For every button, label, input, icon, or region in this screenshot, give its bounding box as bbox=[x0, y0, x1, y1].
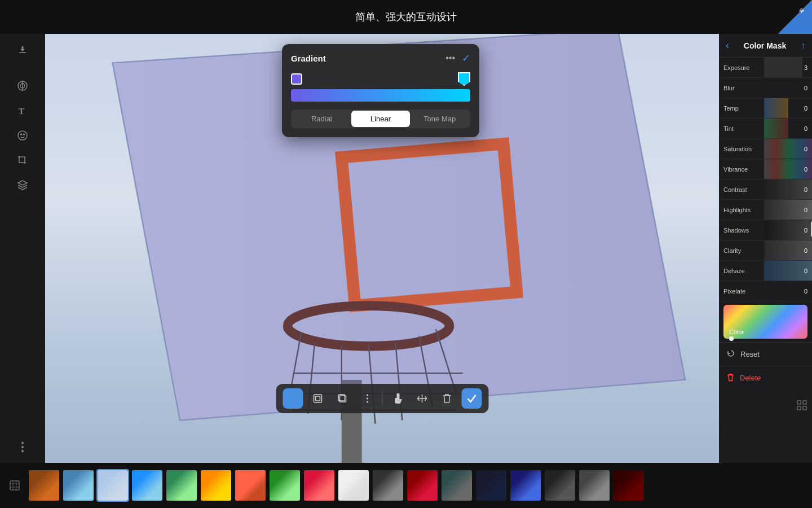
dehaze-label: Dehaze bbox=[723, 268, 764, 274]
svg-point-4 bbox=[21, 134, 22, 135]
filmstrip-thumb-13[interactable] bbox=[475, 469, 508, 502]
tint-value: 0 bbox=[804, 125, 807, 132]
gradient-stops bbox=[291, 72, 470, 86]
tint-row[interactable]: Tint 0 bbox=[719, 119, 812, 139]
color-label: Color bbox=[729, 329, 744, 335]
top-bar: 简单、强大的互动设计 设计 bbox=[0, 0, 812, 34]
clarity-label: Clarity bbox=[723, 247, 764, 254]
gradient-bar[interactable] bbox=[291, 89, 470, 102]
filmstrip-thumb-17[interactable] bbox=[612, 469, 645, 502]
pixelate-row[interactable]: Pixelate 0 bbox=[719, 281, 812, 301]
filmstrip-thumb-9[interactable] bbox=[337, 469, 370, 502]
filmstrip-thumb-14[interactable] bbox=[509, 469, 542, 502]
filmstrip-thumb-8[interactable] bbox=[303, 469, 336, 502]
text-icon[interactable]: T bbox=[12, 100, 33, 121]
mask-view-button[interactable] bbox=[307, 388, 328, 409]
temp-label: Temp bbox=[723, 105, 764, 112]
filmstrip-thumb-0[interactable] bbox=[28, 469, 60, 502]
grid-icon[interactable] bbox=[794, 397, 810, 413]
gradient-more-button[interactable]: ••• bbox=[445, 53, 455, 63]
highlights-row[interactable]: Highlights 0 bbox=[719, 200, 812, 220]
svg-rect-38 bbox=[10, 481, 19, 490]
clarity-value: 0 bbox=[804, 247, 807, 254]
filmstrip-thumb-10[interactable] bbox=[372, 469, 404, 502]
filmstrip-thumb-2[interactable] bbox=[96, 469, 129, 502]
reset-label: Reset bbox=[740, 350, 760, 358]
shadows-value: 0 bbox=[804, 227, 807, 234]
mask-icon[interactable] bbox=[12, 76, 33, 96]
bottom-toolbar bbox=[276, 384, 488, 413]
filmstrip-thumb-4[interactable] bbox=[165, 469, 198, 502]
filmstrip-thumb-15[interactable] bbox=[544, 469, 576, 502]
color-swatch-row[interactable]: Color bbox=[723, 305, 807, 339]
stop-cyan[interactable] bbox=[458, 72, 470, 86]
more-options-button[interactable] bbox=[357, 388, 377, 409]
stop-purple[interactable] bbox=[291, 73, 302, 85]
svg-point-8 bbox=[21, 450, 24, 452]
color-swatch-button[interactable] bbox=[283, 388, 303, 409]
reset-button[interactable]: Reset bbox=[719, 342, 812, 366]
download-icon[interactable] bbox=[12, 40, 33, 60]
filmstrip-thumb-5[interactable] bbox=[200, 469, 232, 502]
tab-linear[interactable]: Linear bbox=[351, 111, 411, 127]
shadows-row[interactable]: Shadows 0 bbox=[719, 220, 812, 240]
vibrance-row[interactable]: Vibrance 0 bbox=[719, 159, 812, 179]
svg-rect-37 bbox=[803, 406, 806, 410]
temp-row[interactable]: Temp 0 bbox=[719, 98, 812, 119]
contrast-row[interactable]: Contrast 0 bbox=[719, 179, 812, 200]
svg-point-30 bbox=[367, 398, 368, 400]
corner-badge: 设计 bbox=[778, 0, 812, 34]
gradient-popup-title: Gradient bbox=[291, 54, 326, 63]
blur-value: 0 bbox=[804, 85, 807, 91]
tab-radial[interactable]: Radial bbox=[292, 111, 351, 127]
gradient-popup-actions: ••• ✓ bbox=[445, 52, 470, 64]
panel-title: Color Mask bbox=[744, 41, 786, 50]
delete-button[interactable] bbox=[436, 388, 457, 409]
hand-tool-button[interactable] bbox=[387, 388, 407, 409]
filmstrip-thumb-12[interactable] bbox=[440, 469, 473, 502]
delete-button[interactable]: Delete bbox=[719, 366, 812, 389]
filmstrip-thumb-7[interactable] bbox=[268, 469, 301, 502]
middle-row: T bbox=[0, 34, 812, 463]
clarity-row[interactable]: Clarity 0 bbox=[719, 240, 812, 261]
tab-tonemap[interactable]: Tone Map bbox=[410, 111, 469, 127]
confirm-button[interactable] bbox=[461, 388, 482, 409]
gradient-popup: Gradient ••• ✓ Radial Linear T bbox=[282, 44, 479, 137]
mid-section: 10 Highlights 0 Shadows 0 C bbox=[719, 200, 812, 301]
panel-header: ‹ Color Mask ↑ bbox=[719, 34, 812, 58]
svg-rect-35 bbox=[803, 401, 806, 404]
crop-icon[interactable] bbox=[12, 150, 33, 170]
filmstrip-thumb-6[interactable] bbox=[234, 469, 267, 502]
saturation-row[interactable]: Saturation 0 bbox=[719, 139, 812, 159]
back-button[interactable]: ‹ bbox=[726, 40, 729, 51]
contrast-value: 0 bbox=[804, 186, 807, 193]
app-title: 简单、强大的互动设计 bbox=[355, 10, 457, 24]
vibrance-value: 0 bbox=[804, 166, 807, 173]
layers-icon[interactable] bbox=[12, 175, 33, 195]
gradient-confirm-button[interactable]: ✓ bbox=[462, 52, 470, 64]
dehaze-row[interactable]: Dehaze 0 bbox=[719, 261, 812, 281]
highlights-label: Highlights bbox=[723, 207, 764, 213]
filmstrip-thumb-3[interactable] bbox=[131, 469, 164, 502]
svg-rect-25 bbox=[314, 395, 321, 402]
svg-point-5 bbox=[24, 134, 25, 135]
duplicate-button[interactable] bbox=[332, 388, 352, 409]
blur-row[interactable]: Blur 0 bbox=[719, 78, 812, 98]
share-button[interactable]: ↑ bbox=[801, 41, 805, 51]
filmstrip-thumb-1[interactable] bbox=[62, 469, 95, 502]
exposure-row[interactable]: Exposure 3 bbox=[719, 58, 812, 78]
sticker-icon[interactable] bbox=[12, 125, 33, 146]
svg-point-6 bbox=[21, 442, 24, 444]
transform-button[interactable] bbox=[412, 388, 432, 409]
filmstrip-add[interactable] bbox=[3, 469, 26, 502]
temp-value: 0 bbox=[804, 105, 807, 112]
filmstrip-thumb-16[interactable] bbox=[578, 469, 611, 502]
svg-point-31 bbox=[367, 401, 368, 403]
left-sidebar: T bbox=[0, 34, 45, 463]
filmstrip-thumb-11[interactable] bbox=[406, 469, 439, 502]
svg-point-3 bbox=[18, 131, 27, 140]
more-icon[interactable] bbox=[12, 437, 33, 457]
dehaze-value: 0 bbox=[804, 268, 807, 274]
toolbar-divider bbox=[382, 392, 382, 405]
gradient-popup-header: Gradient ••• ✓ bbox=[291, 52, 470, 64]
